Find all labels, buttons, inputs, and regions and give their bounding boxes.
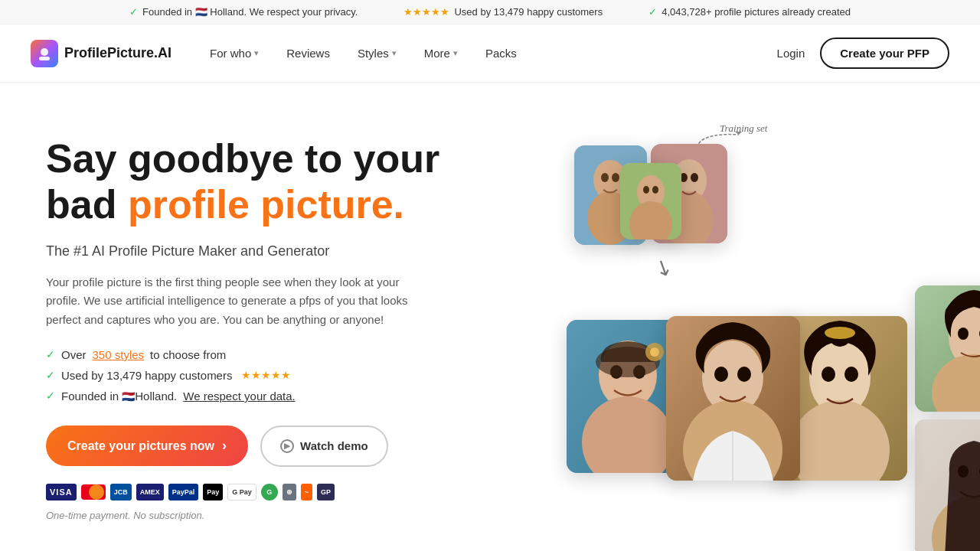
payment-google: G [261,484,278,500]
svg-point-25 [650,347,659,357]
heading-line1: Say goodbye to your [46,136,439,181]
chevron-down-icon: ▾ [254,48,259,58]
heading-highlight: profile picture. [128,182,404,227]
training-photo-2 [620,163,681,240]
svg-point-34 [822,367,835,382]
feature-styles: ✓ Over 350 styles to choose from [46,348,475,361]
stars-icon: ★★★★★ [403,6,449,18]
styles-link[interactable]: 350 styles [93,348,145,361]
nav-reviews[interactable]: Reviews [286,47,330,60]
svg-point-12 [652,186,658,194]
svg-point-11 [643,186,649,194]
check-icon-feat2: ✓ [46,369,55,381]
training-set-text: Training set [720,122,768,135]
play-icon: ▶ [280,439,294,453]
hero-subtitle: The #1 AI Profile Picture Maker and Gene… [46,243,475,259]
create-now-label: Create your pictures now [67,439,214,453]
payment-googlepay: G Pay [227,484,256,500]
payment-applepay: Pay [203,484,223,500]
nav-for-who[interactable]: For who ▾ [210,47,259,60]
heading-line2-plain: bad [46,182,128,227]
watch-demo-label: Watch demo [300,439,368,452]
nav-packs[interactable]: Packs [485,47,517,60]
svg-point-6 [601,173,609,182]
features-list: ✓ Over 350 styles to choose from ✓ Used … [46,348,475,403]
logo[interactable]: ProfilePicture.AI [31,40,172,67]
feature-customers: ✓ Used by 13,479 happy customers ★★★★★ [46,369,475,382]
svg-point-41 [958,328,969,340]
svg-point-35 [844,367,858,382]
logo-icon [31,40,58,67]
check-icon: ✓ [129,6,138,18]
svg-point-30 [737,367,751,382]
hero-heading: Say goodbye to your bad profile picture. [46,136,475,228]
photo-collage: Training set [567,121,934,549]
cta-row: Create your pictures now › ▶ Watch demo [46,425,475,467]
svg-point-7 [612,173,619,182]
nav-more[interactable]: More ▾ [424,47,458,60]
rating-stars: ★★★★★ [241,369,291,381]
svg-point-29 [714,367,728,382]
hero-section: Say goodbye to your bad profile picture.… [0,83,980,551]
logo-text: ProfilePicture.AI [64,45,172,61]
nav-links: For who ▾ Reviews Styles ▾ More ▾ Packs [210,47,777,60]
ai-photo-2 [666,316,800,481]
chevron-down-icon-3: ▾ [453,48,458,58]
ai-photo-4 [915,285,980,412]
create-pfp-button[interactable]: Create your PFP [820,37,949,69]
watch-demo-button[interactable]: ▶ Watch demo [260,425,388,467]
feature-founded: ✓ Founded in 🇳🇱Holland. We respect your … [46,390,475,403]
nav-right: Login Create your PFP [777,37,949,69]
hero-right: Training set [475,121,934,549]
banner-founded-text: Founded in 🇳🇱 Holland. We respect your p… [142,6,358,18]
hero-left: Say goodbye to your bad profile picture.… [46,121,475,549]
create-now-button[interactable]: Create your pictures now › [46,425,248,466]
nav-styles[interactable]: Styles ▾ [358,47,397,60]
arrow-down-icon: ↘ [650,253,677,283]
payment-other2: ~ [301,484,312,500]
svg-rect-1 [39,57,50,60]
banner-pictures-text: 4,043,728+ profile pictures already crea… [662,6,851,18]
banner-customers-text: Used by 13,479 happy customers [454,6,603,18]
payment-jcb: JCB [110,484,132,500]
banner-item-pictures: ✓ 4,043,728+ profile pictures already cr… [648,6,851,18]
payment-visa: VISA [46,484,77,500]
payment-amex: AMEX [136,484,164,500]
banner-item-customers: ★★★★★ Used by 13,479 happy customers [403,6,603,18]
navbar: ProfilePicture.AI For who ▾ Reviews Styl… [0,24,980,83]
svg-point-37 [825,327,855,339]
payment-gp: GP [317,484,335,500]
payment-icons: VISA JCB AMEX PayPal Pay G Pay G ⊕ ~ GP [46,484,475,500]
svg-point-0 [41,48,48,56]
payment-mastercard [81,484,106,500]
one-time-payment-text: One-time payment. No subscription. [46,510,475,521]
top-banner: ✓ Founded in 🇳🇱 Holland. We respect your… [0,0,980,24]
check-icon-feat3: ✓ [46,390,55,402]
payment-paypal: PayPal [168,484,199,500]
banner-item-founded: ✓ Founded in 🇳🇱 Holland. We respect your… [129,6,358,18]
privacy-link[interactable]: We respect your data. [183,390,295,403]
login-button[interactable]: Login [777,47,805,60]
chevron-down-icon-2: ▾ [392,48,397,58]
check-icon-2: ✓ [648,6,657,18]
svg-point-17 [691,173,698,182]
check-icon-feat1: ✓ [46,348,55,360]
payment-other1: ⊕ [283,484,296,500]
hero-description: Your profile picture is the first thing … [46,273,429,330]
ai-photo-5 [915,419,980,551]
arrow-right-icon: › [222,438,227,454]
